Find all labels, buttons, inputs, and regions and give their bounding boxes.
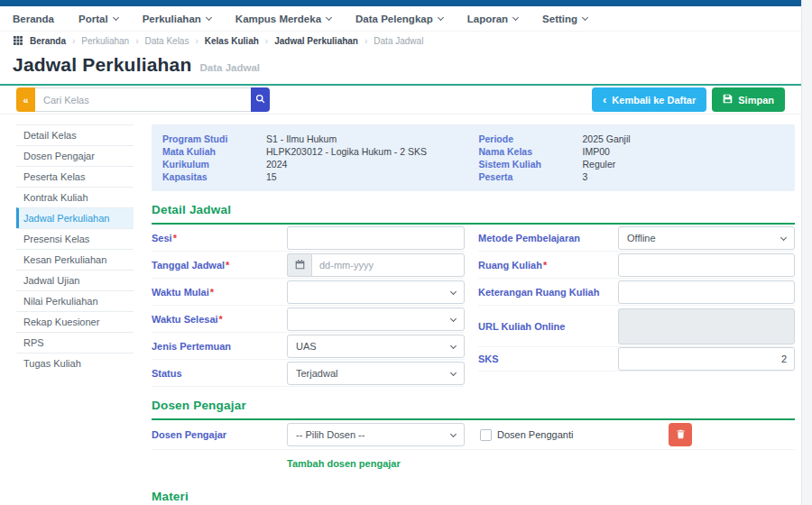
field-keterangan-ruang-kuliah: Keterangan Ruang Kuliah xyxy=(478,279,795,306)
sidebar-item-jadwal-perkuliahan[interactable]: Jadwal Perkuliahan xyxy=(16,207,134,228)
page: Beranda Portal Perkuliahan Kampus Merdek… xyxy=(0,0,801,505)
search-input[interactable] xyxy=(35,87,251,112)
caret-down-icon xyxy=(582,14,588,20)
chevrons-left-icon: « xyxy=(23,95,28,106)
nav-item-portal[interactable]: Portal xyxy=(78,14,118,24)
info-label: Periode xyxy=(479,133,583,145)
info-row-periode: Periode2025 Ganjil xyxy=(479,133,785,145)
field-waktu-mulai: Waktu Mulai* xyxy=(152,279,465,306)
tanggal-jadwal-input[interactable] xyxy=(311,253,465,277)
screen: Beranda Portal Perkuliahan Kampus Merdek… xyxy=(0,0,812,505)
info-row-sistem-kuliah: Sistem KuliahReguler xyxy=(479,159,785,170)
main-panel: Program StudiS1 - Ilmu Hukum Mata Kuliah… xyxy=(152,124,795,505)
jenis-pertemuan-select[interactable]: UAS xyxy=(287,335,465,358)
info-label: Mata Kuliah xyxy=(162,146,266,158)
url-kuliah-online-textarea xyxy=(618,308,795,344)
breadcrumb-separator: › xyxy=(135,36,138,46)
caret-down-icon xyxy=(206,14,212,20)
info-label: Kapasitas xyxy=(162,171,266,183)
add-link-row: Tambah dosen pengajar xyxy=(152,450,795,478)
field-ruang-kuliah: Ruang Kuliah* xyxy=(478,252,795,279)
breadcrumb-item-perkuliahan[interactable]: Perkuliahan xyxy=(81,36,129,46)
breadcrumb-item-data-jadwal[interactable]: Data Jadwal xyxy=(374,36,423,46)
top-accent-bar xyxy=(0,0,801,6)
info-value: HLPK203012 - Logika Hukum - 2 SKS xyxy=(266,146,427,158)
sidebar-item-jadwal-ujian[interactable]: Jadwal Ujian xyxy=(16,270,134,290)
toolbar: « ‹ Kembali ke Daftar Simpan xyxy=(0,84,801,115)
delete-dosen-button[interactable] xyxy=(669,423,692,446)
sesi-input[interactable] xyxy=(287,226,465,250)
field-label: Dosen Pengajar xyxy=(152,429,287,440)
class-sidebar: Detail Kelas Dosen Pengajar Peserta Kela… xyxy=(16,124,134,505)
toolbar-actions: ‹ Kembali ke Daftar Simpan xyxy=(592,87,785,112)
ruang-kuliah-input[interactable] xyxy=(618,253,795,277)
content: Detail Kelas Dosen Pengajar Peserta Kela… xyxy=(0,115,801,505)
field-label: Waktu Mulai* xyxy=(152,287,287,298)
sidebar-item-tugas-kuliah[interactable]: Tugas Kuliah xyxy=(16,353,134,373)
waktu-selesai-select[interactable] xyxy=(287,308,465,331)
page-title: Jadwal Perkuliahan xyxy=(13,54,192,76)
chevron-down-icon xyxy=(450,342,457,348)
field-label: Metode Pembelajaran xyxy=(478,233,618,243)
back-to-list-button[interactable]: ‹ Kembali ke Daftar xyxy=(592,87,706,112)
field-sks: SKS xyxy=(478,347,795,372)
sidebar-item-presensi-kelas[interactable]: Presensi Kelas xyxy=(16,228,134,249)
sidebar-item-rps[interactable]: RPS xyxy=(16,332,134,353)
sidebar-item-peserta-kelas[interactable]: Peserta Kelas xyxy=(16,166,134,187)
save-button[interactable]: Simpan xyxy=(712,87,785,112)
section-title-dosen-pengajar: Dosen Pengajar xyxy=(152,399,795,420)
info-label: Program Studi xyxy=(162,133,266,145)
sidebar-item-dosen-pengajar[interactable]: Dosen Pengajar xyxy=(16,145,134,166)
keterangan-ruang-kuliah-input[interactable] xyxy=(618,280,795,304)
breadcrumb-separator: › xyxy=(72,36,75,46)
class-info-left: Program StudiS1 - Ilmu Hukum Mata Kuliah… xyxy=(162,133,468,183)
info-value: 2025 Ganjil xyxy=(583,133,631,145)
section-title-materi: Materi xyxy=(152,490,795,505)
status-select[interactable]: Terjadwal xyxy=(287,362,465,385)
info-row-peserta: Peserta3 xyxy=(479,171,785,183)
metode-pembelajaran-select[interactable]: Offline xyxy=(618,226,795,250)
sidebar-item-nilai-perkuliahan[interactable]: Nilai Perkuliahan xyxy=(16,290,134,311)
search-icon xyxy=(255,93,265,106)
search-button[interactable] xyxy=(251,87,270,112)
required-marker: * xyxy=(210,287,214,298)
nav-item-setting[interactable]: Setting xyxy=(542,14,587,24)
nav-item-laporan[interactable]: Laporan xyxy=(467,14,518,24)
page-subtitle: Data Jadwal xyxy=(200,62,260,73)
field-label: URL Kuliah Online xyxy=(478,321,618,332)
info-value: 15 xyxy=(266,171,277,183)
caret-down-icon xyxy=(326,14,332,20)
sidebar-item-kesan-perkuliahan[interactable]: Kesan Perkuliahan xyxy=(16,249,134,270)
chevron-left-icon: ‹ xyxy=(603,93,606,106)
breadcrumb-item-beranda[interactable]: Beranda xyxy=(30,36,66,46)
class-info-panel: Program StudiS1 - Ilmu Hukum Mata Kuliah… xyxy=(152,124,795,191)
info-row-program-studi: Program StudiS1 - Ilmu Hukum xyxy=(162,133,468,145)
page-scrollbar[interactable] xyxy=(801,0,812,505)
field-metode-pembelajaran: Metode Pembelajaran Offline xyxy=(478,225,795,252)
nav-item-beranda[interactable]: Beranda xyxy=(13,14,54,24)
dosen-pengganti-checkbox[interactable] xyxy=(480,429,492,441)
breadcrumb-item-jadwal-perkuliahan[interactable]: Jadwal Perkuliahan xyxy=(274,36,358,46)
nav-item-perkuliahan[interactable]: Perkuliahan xyxy=(143,14,211,24)
info-label: Nama Kelas xyxy=(479,146,583,158)
section-title-detail-jadwal: Detail Jadwal xyxy=(152,203,795,225)
nav-item-kampus-merdeka[interactable]: Kampus Merdeka xyxy=(235,14,331,24)
sidebar-item-kontrak-kuliah[interactable]: Kontrak Kuliah xyxy=(16,187,134,207)
sidebar-item-detail-kelas[interactable]: Detail Kelas xyxy=(16,124,134,145)
grid-icon xyxy=(14,36,23,45)
breadcrumb: Beranda › Perkuliahan › Data Kelas › Kel… xyxy=(0,32,801,50)
breadcrumb-item-kelas-kuliah[interactable]: Kelas Kuliah xyxy=(205,36,259,46)
sks-input[interactable] xyxy=(618,347,795,371)
detail-jadwal-form: Sesi* Tanggal Jadwal* Waktu M xyxy=(152,225,795,387)
info-label: Sistem Kuliah xyxy=(479,159,583,170)
nav-item-data-pelengkap[interactable]: Data Pelengkap xyxy=(355,14,443,24)
breadcrumb-item-data-kelas[interactable]: Data Kelas xyxy=(145,36,189,46)
sidebar-item-rekap-kuesioner[interactable]: Rekap Kuesioner xyxy=(16,311,134,332)
field-label: SKS xyxy=(478,354,618,364)
waktu-mulai-select[interactable] xyxy=(287,280,465,304)
collapse-sidebar-button[interactable]: « xyxy=(16,87,35,112)
nav-label: Kampus Merdeka xyxy=(235,14,321,24)
chevron-down-icon xyxy=(780,234,787,240)
dosen-pengajar-select[interactable]: -- Pilih Dosen -- xyxy=(287,423,465,446)
tambah-dosen-link[interactable]: Tambah dosen pengajar xyxy=(287,458,401,469)
